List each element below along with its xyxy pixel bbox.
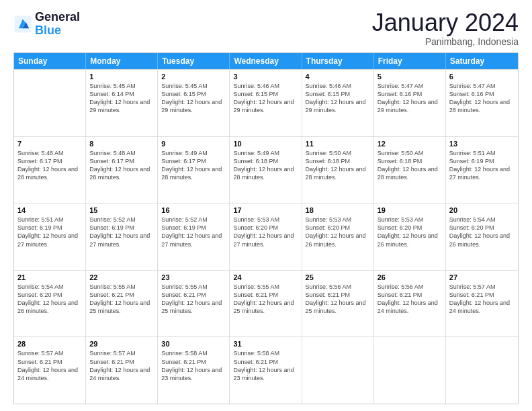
day-number: 6 <box>449 73 515 81</box>
day-info: Sunrise: 5:49 AM Sunset: 6:18 PM Dayligh… <box>233 149 298 182</box>
calendar-cell: 4Sunrise: 5:46 AM Sunset: 6:15 PM Daylig… <box>302 70 374 136</box>
header-day-wednesday: Wednesday <box>230 53 302 69</box>
day-info: Sunrise: 5:49 AM Sunset: 6:17 PM Dayligh… <box>161 149 226 182</box>
day-number: 10 <box>233 140 298 148</box>
calendar-cell: 15Sunrise: 5:52 AM Sunset: 6:19 PM Dayli… <box>86 203 158 270</box>
day-info: Sunrise: 5:58 AM Sunset: 6:21 PM Dayligh… <box>233 349 298 382</box>
day-number: 26 <box>378 273 442 281</box>
calendar-body: 1Sunrise: 5:45 AM Sunset: 6:14 PM Daylig… <box>14 69 518 404</box>
day-number: 30 <box>161 340 226 348</box>
calendar-cell: 6Sunrise: 5:47 AM Sunset: 6:16 PM Daylig… <box>446 70 518 136</box>
day-info: Sunrise: 5:50 AM Sunset: 6:18 PM Dayligh… <box>378 149 442 182</box>
day-info: Sunrise: 5:47 AM Sunset: 6:16 PM Dayligh… <box>378 82 442 115</box>
subtitle: Panimbang, Indonesia <box>372 36 519 47</box>
day-number: 20 <box>449 206 515 214</box>
day-number: 19 <box>378 206 442 214</box>
logo-line2: Blue <box>35 24 80 38</box>
day-info: Sunrise: 5:52 AM Sunset: 6:19 PM Dayligh… <box>161 216 226 248</box>
title-block: January 2024 Panimbang, Indonesia <box>372 11 519 47</box>
logo: General Blue <box>13 11 80 38</box>
day-info: Sunrise: 5:56 AM Sunset: 6:21 PM Dayligh… <box>306 283 370 316</box>
header: General Blue January 2024 Panimbang, Ind… <box>13 11 519 47</box>
day-info: Sunrise: 5:54 AM Sunset: 6:20 PM Dayligh… <box>17 283 82 316</box>
day-info: Sunrise: 5:46 AM Sunset: 6:15 PM Dayligh… <box>233 82 298 115</box>
calendar: SundayMondayTuesdayWednesdayThursdayFrid… <box>13 52 519 404</box>
day-number: 28 <box>17 340 82 348</box>
day-number: 22 <box>89 273 154 281</box>
day-number: 2 <box>161 73 226 81</box>
calendar-cell: 27Sunrise: 5:57 AM Sunset: 6:21 PM Dayli… <box>446 271 518 337</box>
header-day-tuesday: Tuesday <box>158 53 230 69</box>
day-number: 13 <box>449 140 515 148</box>
day-number: 24 <box>233 273 298 281</box>
calendar-cell: 12Sunrise: 5:50 AM Sunset: 6:18 PM Dayli… <box>374 137 446 203</box>
day-number: 27 <box>449 273 515 281</box>
day-info: Sunrise: 5:45 AM Sunset: 6:14 PM Dayligh… <box>89 82 154 115</box>
calendar-cell: 5Sunrise: 5:47 AM Sunset: 6:16 PM Daylig… <box>374 70 446 136</box>
page: General Blue January 2024 Panimbang, Ind… <box>0 0 532 411</box>
calendar-cell <box>446 337 518 404</box>
calendar-cell: 9Sunrise: 5:49 AM Sunset: 6:17 PM Daylig… <box>158 137 230 203</box>
logo-icon <box>13 15 32 34</box>
header-day-thursday: Thursday <box>302 53 374 69</box>
day-info: Sunrise: 5:51 AM Sunset: 6:19 PM Dayligh… <box>449 149 515 182</box>
day-number: 29 <box>89 340 154 348</box>
calendar-cell: 18Sunrise: 5:53 AM Sunset: 6:20 PM Dayli… <box>302 203 374 270</box>
calendar-cell: 29Sunrise: 5:57 AM Sunset: 6:21 PM Dayli… <box>86 337 158 404</box>
calendar-cell: 20Sunrise: 5:54 AM Sunset: 6:20 PM Dayli… <box>446 203 518 270</box>
calendar-row-4: 28Sunrise: 5:57 AM Sunset: 6:21 PM Dayli… <box>14 336 518 404</box>
calendar-cell: 30Sunrise: 5:58 AM Sunset: 6:21 PM Dayli… <box>158 337 230 404</box>
day-info: Sunrise: 5:46 AM Sunset: 6:15 PM Dayligh… <box>306 82 370 115</box>
day-info: Sunrise: 5:58 AM Sunset: 6:21 PM Dayligh… <box>161 349 226 382</box>
calendar-cell: 10Sunrise: 5:49 AM Sunset: 6:18 PM Dayli… <box>230 137 302 203</box>
calendar-cell: 24Sunrise: 5:55 AM Sunset: 6:21 PM Dayli… <box>230 271 302 337</box>
main-title: January 2024 <box>372 11 519 35</box>
calendar-cell: 23Sunrise: 5:55 AM Sunset: 6:21 PM Dayli… <box>158 271 230 337</box>
day-info: Sunrise: 5:47 AM Sunset: 6:16 PM Dayligh… <box>449 82 515 115</box>
calendar-cell: 26Sunrise: 5:56 AM Sunset: 6:21 PM Dayli… <box>374 271 446 337</box>
header-day-monday: Monday <box>86 53 158 69</box>
day-number: 4 <box>306 73 370 81</box>
day-info: Sunrise: 5:51 AM Sunset: 6:19 PM Dayligh… <box>17 216 82 248</box>
calendar-cell <box>374 337 446 404</box>
day-info: Sunrise: 5:53 AM Sunset: 6:20 PM Dayligh… <box>233 216 298 248</box>
calendar-cell: 17Sunrise: 5:53 AM Sunset: 6:20 PM Dayli… <box>230 203 302 270</box>
day-info: Sunrise: 5:50 AM Sunset: 6:18 PM Dayligh… <box>306 149 370 182</box>
logo-text: General Blue <box>35 11 80 38</box>
calendar-cell: 25Sunrise: 5:56 AM Sunset: 6:21 PM Dayli… <box>302 271 374 337</box>
day-number: 1 <box>89 73 154 81</box>
day-info: Sunrise: 5:45 AM Sunset: 6:15 PM Dayligh… <box>161 82 226 115</box>
day-info: Sunrise: 5:48 AM Sunset: 6:17 PM Dayligh… <box>17 149 82 182</box>
day-number: 5 <box>378 73 442 81</box>
day-info: Sunrise: 5:48 AM Sunset: 6:17 PM Dayligh… <box>89 149 154 182</box>
day-info: Sunrise: 5:55 AM Sunset: 6:21 PM Dayligh… <box>233 283 298 316</box>
calendar-cell: 1Sunrise: 5:45 AM Sunset: 6:14 PM Daylig… <box>86 70 158 136</box>
day-info: Sunrise: 5:56 AM Sunset: 6:21 PM Dayligh… <box>378 283 442 316</box>
day-info: Sunrise: 5:53 AM Sunset: 6:20 PM Dayligh… <box>378 216 442 248</box>
header-day-sunday: Sunday <box>14 53 86 69</box>
calendar-row-0: 1Sunrise: 5:45 AM Sunset: 6:14 PM Daylig… <box>14 69 518 136</box>
day-info: Sunrise: 5:53 AM Sunset: 6:20 PM Dayligh… <box>306 216 370 248</box>
calendar-cell <box>302 337 374 404</box>
calendar-cell: 13Sunrise: 5:51 AM Sunset: 6:19 PM Dayli… <box>446 137 518 203</box>
day-number: 23 <box>161 273 226 281</box>
calendar-cell: 7Sunrise: 5:48 AM Sunset: 6:17 PM Daylig… <box>14 137 86 203</box>
header-day-friday: Friday <box>374 53 446 69</box>
calendar-cell: 2Sunrise: 5:45 AM Sunset: 6:15 PM Daylig… <box>158 70 230 136</box>
calendar-cell: 14Sunrise: 5:51 AM Sunset: 6:19 PM Dayli… <box>14 203 86 270</box>
day-number: 8 <box>89 140 154 148</box>
day-info: Sunrise: 5:54 AM Sunset: 6:20 PM Dayligh… <box>449 216 515 248</box>
day-info: Sunrise: 5:57 AM Sunset: 6:21 PM Dayligh… <box>449 283 515 316</box>
day-number: 14 <box>17 206 82 214</box>
logo-line1: General <box>35 11 80 24</box>
day-number: 25 <box>306 273 370 281</box>
calendar-cell: 31Sunrise: 5:58 AM Sunset: 6:21 PM Dayli… <box>230 337 302 404</box>
calendar-cell: 8Sunrise: 5:48 AM Sunset: 6:17 PM Daylig… <box>86 137 158 203</box>
day-info: Sunrise: 5:52 AM Sunset: 6:19 PM Dayligh… <box>89 216 154 248</box>
calendar-header: SundayMondayTuesdayWednesdayThursdayFrid… <box>14 53 518 69</box>
calendar-cell: 21Sunrise: 5:54 AM Sunset: 6:20 PM Dayli… <box>14 271 86 337</box>
day-number: 16 <box>161 206 226 214</box>
calendar-cell <box>14 70 86 136</box>
day-number: 7 <box>17 140 82 148</box>
day-number: 31 <box>233 340 298 348</box>
